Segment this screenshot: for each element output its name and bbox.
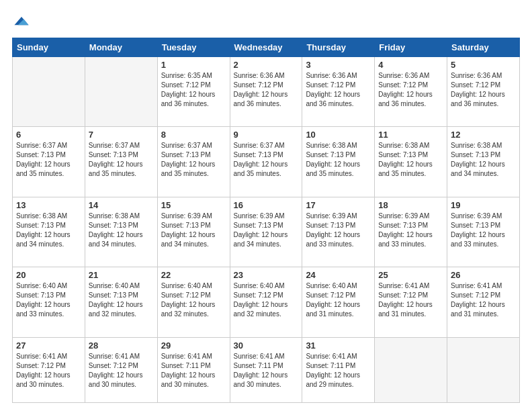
day-number: 27 xyxy=(16,340,81,351)
day-number: 19 xyxy=(451,200,516,210)
calendar-cell: 5Sunrise: 6:36 AM Sunset: 7:12 PM Daylig… xyxy=(447,57,520,127)
day-number: 6 xyxy=(16,130,81,140)
day-number: 15 xyxy=(161,200,226,210)
calendar-cell: 15Sunrise: 6:39 AM Sunset: 7:13 PM Dayli… xyxy=(157,197,230,267)
day-info: Sunrise: 6:37 AM Sunset: 7:13 PM Dayligh… xyxy=(16,141,81,179)
calendar-header: SundayMondayTuesdayWednesdayThursdayFrid… xyxy=(13,38,520,57)
calendar-week-1: 6Sunrise: 6:37 AM Sunset: 7:13 PM Daylig… xyxy=(13,127,520,197)
day-info: Sunrise: 6:38 AM Sunset: 7:13 PM Dayligh… xyxy=(306,141,371,179)
day-info: Sunrise: 6:35 AM Sunset: 7:12 PM Dayligh… xyxy=(161,71,226,109)
calendar-cell: 10Sunrise: 6:38 AM Sunset: 7:13 PM Dayli… xyxy=(302,127,375,197)
calendar-cell: 30Sunrise: 6:41 AM Sunset: 7:11 PM Dayli… xyxy=(230,337,302,402)
day-number: 11 xyxy=(378,130,443,140)
page: SundayMondayTuesdayWednesdayThursdayFrid… xyxy=(0,0,532,411)
day-info: Sunrise: 6:37 AM Sunset: 7:13 PM Dayligh… xyxy=(161,141,226,179)
day-of-week-thursday: Thursday xyxy=(302,38,375,57)
calendar-cell xyxy=(447,337,520,402)
calendar-cell: 23Sunrise: 6:40 AM Sunset: 7:12 PM Dayli… xyxy=(230,267,302,337)
day-number: 26 xyxy=(451,270,516,280)
calendar-cell xyxy=(13,57,85,127)
day-info: Sunrise: 6:37 AM Sunset: 7:13 PM Dayligh… xyxy=(234,141,299,179)
day-info: Sunrise: 6:41 AM Sunset: 7:12 PM Dayligh… xyxy=(451,281,516,319)
day-number: 1 xyxy=(161,60,226,70)
calendar-cell: 18Sunrise: 6:39 AM Sunset: 7:13 PM Dayli… xyxy=(375,197,447,267)
day-number: 29 xyxy=(161,340,226,351)
day-of-week-tuesday: Tuesday xyxy=(157,38,230,57)
calendar-cell xyxy=(85,57,157,127)
calendar-cell: 28Sunrise: 6:41 AM Sunset: 7:12 PM Dayli… xyxy=(85,337,157,402)
calendar-cell: 12Sunrise: 6:38 AM Sunset: 7:13 PM Dayli… xyxy=(447,127,520,197)
day-number: 2 xyxy=(234,60,299,70)
day-number: 17 xyxy=(306,200,371,210)
days-of-week-row: SundayMondayTuesdayWednesdayThursdayFrid… xyxy=(13,38,520,57)
day-number: 18 xyxy=(378,200,443,210)
day-number: 13 xyxy=(16,200,81,210)
calendar-cell: 27Sunrise: 6:41 AM Sunset: 7:12 PM Dayli… xyxy=(13,337,85,402)
calendar-week-3: 20Sunrise: 6:40 AM Sunset: 7:13 PM Dayli… xyxy=(13,267,520,337)
day-info: Sunrise: 6:40 AM Sunset: 7:13 PM Dayligh… xyxy=(89,281,154,319)
day-number: 5 xyxy=(451,60,516,70)
day-info: Sunrise: 6:40 AM Sunset: 7:12 PM Dayligh… xyxy=(306,281,371,319)
day-info: Sunrise: 6:36 AM Sunset: 7:12 PM Dayligh… xyxy=(378,71,443,109)
day-info: Sunrise: 6:38 AM Sunset: 7:13 PM Dayligh… xyxy=(451,141,516,179)
calendar-cell: 9Sunrise: 6:37 AM Sunset: 7:13 PM Daylig… xyxy=(230,127,302,197)
calendar-cell: 11Sunrise: 6:38 AM Sunset: 7:13 PM Dayli… xyxy=(375,127,447,197)
calendar-cell: 24Sunrise: 6:40 AM Sunset: 7:12 PM Dayli… xyxy=(302,267,375,337)
day-number: 20 xyxy=(16,270,81,280)
day-info: Sunrise: 6:41 AM Sunset: 7:12 PM Dayligh… xyxy=(89,352,154,390)
calendar-table: SundayMondayTuesdayWednesdayThursdayFrid… xyxy=(12,38,520,403)
day-info: Sunrise: 6:38 AM Sunset: 7:13 PM Dayligh… xyxy=(89,212,154,249)
calendar-cell: 21Sunrise: 6:40 AM Sunset: 7:13 PM Dayli… xyxy=(85,267,157,337)
day-info: Sunrise: 6:39 AM Sunset: 7:13 PM Dayligh… xyxy=(306,212,371,249)
day-number: 12 xyxy=(451,130,516,140)
day-number: 16 xyxy=(234,200,299,210)
calendar-cell: 22Sunrise: 6:40 AM Sunset: 7:12 PM Dayli… xyxy=(157,267,230,337)
calendar-cell xyxy=(375,337,447,402)
calendar-cell: 2Sunrise: 6:36 AM Sunset: 7:12 PM Daylig… xyxy=(230,57,302,127)
day-info: Sunrise: 6:41 AM Sunset: 7:11 PM Dayligh… xyxy=(234,352,299,390)
day-info: Sunrise: 6:36 AM Sunset: 7:12 PM Dayligh… xyxy=(234,71,299,109)
day-number: 22 xyxy=(161,270,226,280)
day-info: Sunrise: 6:36 AM Sunset: 7:12 PM Dayligh… xyxy=(451,71,516,109)
calendar-body: 1Sunrise: 6:35 AM Sunset: 7:12 PM Daylig… xyxy=(13,57,520,403)
calendar-cell: 19Sunrise: 6:39 AM Sunset: 7:13 PM Dayli… xyxy=(447,197,520,267)
day-info: Sunrise: 6:39 AM Sunset: 7:13 PM Dayligh… xyxy=(234,212,299,249)
day-number: 31 xyxy=(306,340,371,351)
calendar-cell: 1Sunrise: 6:35 AM Sunset: 7:12 PM Daylig… xyxy=(157,57,230,127)
day-info: Sunrise: 6:41 AM Sunset: 7:11 PM Dayligh… xyxy=(306,352,371,390)
logo-icon xyxy=(12,12,31,31)
day-number: 8 xyxy=(161,130,226,140)
calendar-cell: 7Sunrise: 6:37 AM Sunset: 7:13 PM Daylig… xyxy=(85,127,157,197)
calendar-cell: 26Sunrise: 6:41 AM Sunset: 7:12 PM Dayli… xyxy=(447,267,520,337)
day-number: 9 xyxy=(234,130,299,140)
day-number: 30 xyxy=(234,340,299,351)
day-info: Sunrise: 6:37 AM Sunset: 7:13 PM Dayligh… xyxy=(89,141,154,179)
day-info: Sunrise: 6:41 AM Sunset: 7:12 PM Dayligh… xyxy=(378,281,443,319)
day-number: 25 xyxy=(378,270,443,280)
calendar-cell: 20Sunrise: 6:40 AM Sunset: 7:13 PM Dayli… xyxy=(13,267,85,337)
day-number: 21 xyxy=(89,270,154,280)
day-of-week-wednesday: Wednesday xyxy=(230,38,302,57)
day-of-week-sunday: Sunday xyxy=(13,38,85,57)
day-info: Sunrise: 6:40 AM Sunset: 7:12 PM Dayligh… xyxy=(234,281,299,319)
calendar-week-0: 1Sunrise: 6:35 AM Sunset: 7:12 PM Daylig… xyxy=(13,57,520,127)
day-number: 14 xyxy=(89,200,154,210)
day-info: Sunrise: 6:40 AM Sunset: 7:12 PM Dayligh… xyxy=(161,281,226,319)
day-info: Sunrise: 6:39 AM Sunset: 7:13 PM Dayligh… xyxy=(451,212,516,249)
calendar-cell: 14Sunrise: 6:38 AM Sunset: 7:13 PM Dayli… xyxy=(85,197,157,267)
day-info: Sunrise: 6:39 AM Sunset: 7:13 PM Dayligh… xyxy=(161,212,226,249)
logo xyxy=(12,12,34,31)
day-info: Sunrise: 6:39 AM Sunset: 7:13 PM Dayligh… xyxy=(378,212,443,249)
day-info: Sunrise: 6:41 AM Sunset: 7:12 PM Dayligh… xyxy=(16,352,81,390)
day-number: 24 xyxy=(306,270,371,280)
day-number: 28 xyxy=(89,340,154,351)
calendar-cell: 17Sunrise: 6:39 AM Sunset: 7:13 PM Dayli… xyxy=(302,197,375,267)
day-info: Sunrise: 6:36 AM Sunset: 7:12 PM Dayligh… xyxy=(306,71,371,109)
day-of-week-monday: Monday xyxy=(85,38,157,57)
calendar-cell: 3Sunrise: 6:36 AM Sunset: 7:12 PM Daylig… xyxy=(302,57,375,127)
day-number: 23 xyxy=(234,270,299,280)
day-number: 10 xyxy=(306,130,371,140)
calendar-cell: 13Sunrise: 6:38 AM Sunset: 7:13 PM Dayli… xyxy=(13,197,85,267)
day-info: Sunrise: 6:38 AM Sunset: 7:13 PM Dayligh… xyxy=(378,141,443,179)
calendar-week-2: 13Sunrise: 6:38 AM Sunset: 7:13 PM Dayli… xyxy=(13,197,520,267)
